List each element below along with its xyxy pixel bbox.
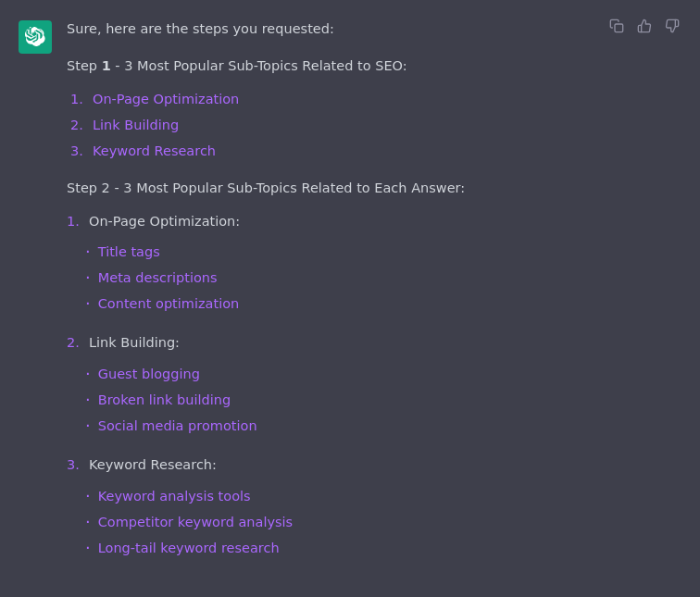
bullet-icon: ·	[85, 537, 91, 558]
bullet-list: · Guest blogging · Broken link building …	[67, 364, 659, 438]
list-item: 3. Keyword Research	[70, 141, 659, 163]
bullet-text: Guest blogging	[98, 364, 200, 386]
subsection-link-building: 2. Link Building: · Guest blogging · Bro…	[67, 332, 659, 438]
bullet-item: · Guest blogging	[85, 364, 659, 386]
message-body: Sure, here are the steps you requested: …	[67, 19, 659, 577]
bullet-icon: ·	[85, 292, 91, 314]
action-buttons	[607, 17, 681, 35]
bullet-text: Long-tail keyword research	[98, 538, 280, 560]
intro-text: Sure, here are the steps you requested:	[67, 19, 659, 41]
bullet-item: · Meta descriptions	[85, 267, 659, 290]
subsection-keyword-research: 3. Keyword Research: · Keyword analysis …	[67, 454, 659, 560]
bullet-text: Keyword analysis tools	[98, 486, 251, 508]
bullet-icon: ·	[85, 485, 91, 506]
item-num: 3.	[70, 141, 85, 163]
bullet-text: Content optimization	[98, 293, 240, 316]
bullet-list: · Keyword analysis tools · Competitor ke…	[67, 486, 659, 560]
item-text: On-Page Optimization	[93, 89, 239, 111]
bullet-icon: ·	[85, 389, 91, 410]
subsection-heading: 3. Keyword Research:	[67, 454, 659, 477]
bullet-item: · Keyword analysis tools	[85, 486, 659, 508]
bullet-text: Meta descriptions	[98, 267, 218, 290]
svg-rect-0	[615, 24, 623, 32]
bullet-icon: ·	[85, 511, 91, 532]
bullet-text: Broken link building	[98, 390, 231, 412]
step1-prefix: Step	[67, 58, 102, 73]
subsection-label: Link Building:	[89, 332, 180, 354]
subsection-num: 1.	[67, 211, 81, 233]
list-item: 1. On-Page Optimization	[70, 89, 659, 111]
copy-button[interactable]	[607, 17, 626, 35]
bullet-text: Title tags	[98, 242, 160, 264]
bullet-item: · Social media promotion	[85, 416, 659, 438]
bullet-item: · Competitor keyword analysis	[85, 512, 659, 534]
bullet-icon: ·	[85, 267, 91, 288]
bullet-icon: ·	[85, 415, 91, 436]
item-text: Keyword Research	[93, 141, 216, 163]
bullet-list: · Title tags · Meta descriptions · Conte…	[67, 242, 659, 316]
thumbs-up-button[interactable]	[635, 17, 654, 35]
subsection-heading: 1. On-Page Optimization:	[67, 211, 659, 233]
bullet-icon: ·	[85, 241, 91, 262]
chatgpt-avatar	[19, 20, 52, 54]
chat-message: Sure, here are the steps you requested: …	[0, 0, 700, 595]
subsection-label: Keyword Research:	[89, 454, 217, 477]
bullet-item: · Long-tail keyword research	[85, 538, 659, 560]
step1-list: 1. On-Page Optimization 2. Link Building…	[67, 89, 659, 163]
list-item: 2. Link Building	[70, 115, 659, 137]
item-num: 2.	[70, 115, 85, 137]
subsection-num: 2.	[67, 332, 81, 354]
subsection-label: On-Page Optimization:	[89, 211, 240, 233]
bullet-icon: ·	[85, 363, 91, 384]
subsection-num: 3.	[67, 454, 81, 477]
bullet-item: · Broken link building	[85, 390, 659, 412]
bullet-text: Competitor keyword analysis	[98, 512, 293, 534]
bullet-item: · Content optimization	[85, 293, 659, 316]
subsection-on-page: 1. On-Page Optimization: · Title tags · …	[67, 211, 659, 317]
step2-heading: Step 2 - 3 Most Popular Sub-Topics Relat…	[67, 178, 659, 200]
thumbs-down-button[interactable]	[663, 17, 681, 35]
step1-suffix: - 3 Most Popular Sub-Topics Related to S…	[111, 58, 407, 73]
item-text: Link Building	[93, 115, 179, 137]
item-num: 1.	[70, 89, 85, 111]
subsection-heading: 2. Link Building:	[67, 332, 659, 354]
bullet-text: Social media promotion	[98, 416, 257, 438]
bullet-item: · Title tags	[85, 242, 659, 264]
step1-num: 1	[102, 58, 111, 73]
step1-heading: Step 1 - 3 Most Popular Sub-Topics Relat…	[67, 56, 659, 78]
